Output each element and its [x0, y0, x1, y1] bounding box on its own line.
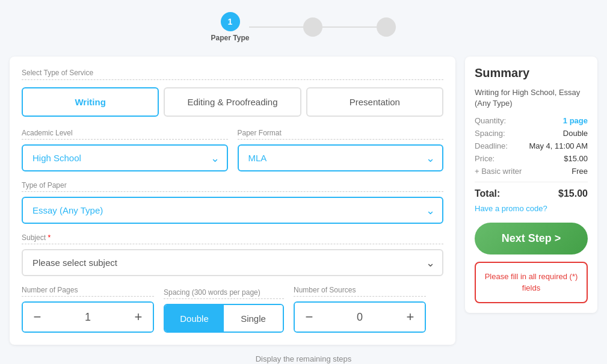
step-1-circle: 1: [221, 12, 240, 31]
summary-row-deadline: Deadline: May 4, 11:00 AM: [475, 141, 588, 150]
spacing-label: Spacing (300 words per page): [164, 288, 284, 299]
bottom-controls-row: Number of Pages − 1 + Spacing (300 words…: [22, 286, 443, 333]
spacing-section: Spacing (300 words per page) Double Sing…: [164, 288, 284, 333]
sources-section: Number of Sources − 0 +: [294, 286, 426, 333]
pages-decrement-btn[interactable]: −: [23, 303, 52, 332]
pages-counter: − 1 +: [22, 301, 154, 333]
paper-format-label: Paper Format: [238, 129, 444, 140]
service-writing-btn[interactable]: Writing: [22, 87, 159, 117]
step-line-1: [249, 26, 303, 28]
summary-total-label: Total:: [475, 188, 500, 199]
sources-decrement-btn[interactable]: −: [295, 303, 324, 332]
academic-level-label: Academic Level: [22, 129, 228, 140]
promo-code-link[interactable]: Have a promo code?: [475, 204, 588, 213]
subject-label: Subject *: [22, 233, 443, 244]
summary-title: Summary: [475, 66, 588, 80]
subject-required-marker: *: [48, 233, 51, 242]
summary-total-row: Total: $15.00: [475, 188, 588, 199]
type-of-paper-group: Type of Paper Essay (Any Type) Research …: [22, 181, 443, 224]
type-of-paper-row: Type of Paper Essay (Any Type) Research …: [22, 181, 443, 224]
step-line-2: [322, 26, 377, 28]
step-2-circle: [303, 17, 322, 37]
sidebar: Summary Writing for High School, Essay (…: [465, 57, 597, 313]
summary-deadline-value: May 4, 11:00 AM: [529, 141, 588, 150]
type-of-paper-select[interactable]: Essay (Any Type) Research Paper Term Pap…: [22, 197, 443, 224]
subject-select[interactable]: Please select subject: [22, 249, 443, 276]
academic-level-group: Academic Level High School Undergraduate…: [22, 129, 228, 171]
subject-row: Subject * Please select subject ⌄: [22, 233, 443, 276]
main-layout: Select Type of Service Writing Editing &…: [10, 57, 597, 345]
type-of-paper-select-wrapper: Essay (Any Type) Research Paper Term Pap…: [22, 197, 443, 224]
sources-counter: − 0 +: [294, 301, 426, 333]
academic-level-select-wrapper: High School Undergraduate Graduate PhD ⌄: [22, 144, 228, 171]
summary-writer-label: + Basic writer: [475, 167, 522, 176]
service-buttons: Writing Editing & Proofreading Presentat…: [22, 87, 443, 117]
summary-quantity-label: Quantity:: [475, 116, 506, 125]
remaining-steps-text: Display the remaining steps: [10, 354, 597, 363]
summary-quantity-value: 1 page: [563, 116, 588, 125]
spacing-toggle: Double Single: [164, 304, 284, 333]
next-step-btn[interactable]: Next Step >: [475, 223, 588, 254]
summary-deadline-label: Deadline:: [475, 141, 508, 150]
form-section: Select Type of Service Writing Editing &…: [10, 57, 455, 345]
step-1-label: Paper Type: [211, 34, 250, 42]
step-3-circle: [377, 17, 396, 37]
sources-label: Number of Sources: [294, 286, 426, 297]
pages-value: 1: [52, 311, 124, 324]
progress-bar: 1 Paper Type: [10, 12, 597, 42]
paper-format-select[interactable]: MLA APA Chicago Harvard: [238, 144, 444, 171]
pages-increment-btn[interactable]: +: [124, 303, 153, 332]
summary-total-value: $15.00: [558, 188, 588, 199]
academic-level-select[interactable]: High School Undergraduate Graduate PhD: [22, 144, 228, 171]
service-presentation-btn[interactable]: Presentation: [306, 87, 443, 117]
paper-format-select-wrapper: MLA APA Chicago Harvard ⌄: [238, 144, 444, 171]
summary-price-label: Price:: [475, 154, 495, 163]
required-notice: Please fill in all required (*) fields: [475, 262, 588, 303]
summary-divider: [475, 182, 588, 182]
type-of-paper-label: Type of Paper: [22, 181, 443, 192]
spacing-single-btn[interactable]: Single: [224, 305, 283, 332]
paper-format-group: Paper Format MLA APA Chicago Harvard ⌄: [238, 129, 444, 171]
summary-row-quantity: Quantity: 1 page: [475, 116, 588, 125]
service-type-label: Select Type of Service: [22, 69, 443, 80]
subject-group: Subject * Please select subject ⌄: [22, 233, 443, 276]
pages-label: Number of Pages: [22, 286, 154, 297]
summary-description: Writing for High School, Essay (Any Type…: [475, 87, 588, 109]
summary-row-writer: + Basic writer Free: [475, 167, 588, 176]
sources-value: 0: [324, 311, 396, 324]
spacing-double-btn[interactable]: Double: [165, 305, 224, 332]
pages-section: Number of Pages − 1 +: [22, 286, 154, 333]
sources-increment-btn[interactable]: +: [396, 303, 425, 332]
level-format-row: Academic Level High School Undergraduate…: [22, 129, 443, 171]
subject-select-wrapper: Please select subject ⌄: [22, 249, 443, 276]
summary-writer-value: Free: [572, 167, 588, 176]
summary-row-spacing: Spacing: Double: [475, 129, 588, 138]
summary-price-value: $15.00: [564, 154, 588, 163]
summary-spacing-value: Double: [563, 129, 588, 138]
service-editing-btn[interactable]: Editing & Proofreading: [164, 87, 301, 117]
summary-row-price: Price: $15.00: [475, 154, 588, 163]
summary-spacing-label: Spacing:: [475, 129, 505, 138]
